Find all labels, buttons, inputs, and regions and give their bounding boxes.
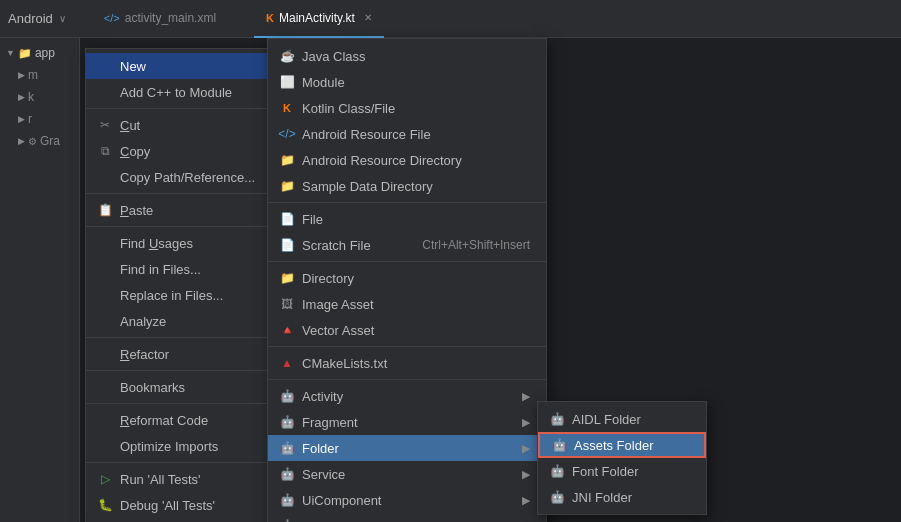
menu-item-fragment[interactable]: 🤖 Fragment ▶ — [268, 409, 546, 435]
submenu-arrow-icon: ▶ — [522, 416, 530, 429]
arrow-icon: ▶ — [18, 92, 25, 102]
arrow-icon: ▶ — [18, 114, 25, 124]
menu-item-uicomponent[interactable]: 🤖 UiComponent ▶ — [268, 487, 546, 513]
tree-root[interactable]: ▼ 📁 app — [0, 42, 79, 64]
debug-icon: 🐛 — [96, 498, 114, 512]
folder-submenu: 🤖 AIDL Folder 🤖 Assets Folder 🤖 Font Fol… — [537, 401, 707, 515]
submenu-arrow-icon: ▶ — [522, 494, 530, 507]
folder-submenu-icon: 🤖 — [278, 441, 296, 455]
kotlin-icon: K — [278, 102, 296, 114]
java-icon: ☕ — [278, 49, 296, 63]
menu-item-service[interactable]: 🤖 Service ▶ — [268, 461, 546, 487]
separator-s2 — [268, 261, 546, 262]
menu-label: JNI Folder — [572, 490, 690, 505]
project-title: Android — [8, 11, 53, 26]
fragment-icon: 🤖 — [278, 415, 296, 429]
tree-item-gra[interactable]: ▶ ⚙ Gra — [0, 130, 79, 152]
menu-label: Android Resource Directory — [302, 153, 530, 168]
menu-label: Reformat Code — [120, 413, 289, 428]
menu-label: Replace in Files... — [120, 288, 277, 303]
separator-s3 — [268, 346, 546, 347]
menu-label: Fragment — [302, 415, 510, 430]
menu-label: Automotive — [302, 519, 510, 523]
menu-label: Service — [302, 467, 510, 482]
copy-icon: ⧉ — [96, 144, 114, 158]
menu-item-file[interactable]: 📄 File — [268, 206, 546, 232]
cut-icon: ✂ — [96, 118, 114, 132]
tree-label: r — [28, 112, 32, 126]
tree-item-m[interactable]: ▶ m — [0, 64, 79, 86]
image-asset-icon: 🖼 — [278, 297, 296, 311]
menu-item-android-resource-dir[interactable]: 📁 Android Resource Directory — [268, 147, 546, 173]
menu-label: Activity — [302, 389, 510, 404]
arrow-icon: ▶ — [18, 136, 25, 146]
android-resource-dir-icon: 📁 — [278, 153, 296, 167]
menu-item-vector-asset[interactable]: 🔺 Vector Asset — [268, 317, 546, 343]
service-icon: 🤖 — [278, 467, 296, 481]
shortcut-label: Ctrl+Alt+Shift+Insert — [422, 238, 530, 252]
menu-item-sample-data[interactable]: 📁 Sample Data Directory — [268, 173, 546, 199]
menu-item-directory[interactable]: 📁 Directory — [268, 265, 546, 291]
scratch-icon: 📄 — [278, 238, 296, 252]
submenu-arrow-icon: ▶ — [522, 468, 530, 481]
menu-label: Font Folder — [572, 464, 690, 479]
menu-label: Scratch File — [302, 238, 416, 253]
menu-item-java-class[interactable]: ☕ Java Class — [268, 43, 546, 69]
font-icon: 🤖 — [548, 464, 566, 478]
tab-close-button[interactable]: ✕ — [364, 12, 372, 23]
tab-label: MainActivity.kt — [279, 11, 355, 25]
submenu-arrow-icon: ▶ — [522, 442, 530, 455]
file-icon: 📄 — [278, 212, 296, 226]
tree-label: k — [28, 90, 34, 104]
new-submenu: ☕ Java Class ⬜ Module K Kotlin Class/Fil… — [267, 38, 547, 522]
menu-label: Run 'All Tests' — [120, 472, 265, 487]
menu-item-android-resource[interactable]: </> Android Resource File — [268, 121, 546, 147]
separator-s4 — [268, 379, 546, 380]
tab-mainactivity[interactable]: K MainActivity.kt ✕ — [254, 0, 384, 38]
menu-label: Directory — [302, 271, 530, 286]
arrow-icon: ▼ — [6, 48, 15, 58]
jni-icon: 🤖 — [548, 490, 566, 504]
menu-item-cmake[interactable]: ▲ CMakeLists.txt — [268, 350, 546, 376]
menu-label: Module — [302, 75, 530, 90]
separator-s1 — [268, 202, 546, 203]
sample-data-icon: 📁 — [278, 179, 296, 193]
menu-item-automotive[interactable]: 🤖 Automotive ▶ — [268, 513, 546, 522]
menu-label: Java Class — [302, 49, 530, 64]
folder-icon: 📁 — [18, 47, 32, 60]
tree-label: m — [28, 68, 38, 82]
menu-item-image-asset[interactable]: 🖼 Image Asset — [268, 291, 546, 317]
menu-label: File — [302, 212, 530, 227]
uicomponent-icon: 🤖 — [278, 493, 296, 507]
cmake-icon: ▲ — [278, 356, 296, 370]
menu-item-jni-folder[interactable]: 🤖 JNI Folder — [538, 484, 706, 510]
android-resource-icon: </> — [278, 127, 296, 141]
gradle-icon: ⚙ — [28, 136, 37, 147]
menu-item-assets-folder[interactable]: 🤖 Assets Folder — [538, 432, 706, 458]
tab-icon: </> — [104, 12, 120, 24]
directory-icon: 📁 — [278, 271, 296, 285]
tree-item-k[interactable]: ▶ k — [0, 86, 79, 108]
menu-label: Android Resource File — [302, 127, 530, 142]
tree-item-r[interactable]: ▶ r — [0, 108, 79, 130]
paste-icon: 📋 — [96, 203, 114, 217]
menu-item-folder[interactable]: 🤖 Folder ▶ — [268, 435, 546, 461]
menu-item-font-folder[interactable]: 🤖 Font Folder — [538, 458, 706, 484]
module-icon: ⬜ — [278, 75, 296, 89]
project-chevron: ∨ — [59, 13, 66, 24]
menu-item-kotlin-class[interactable]: K Kotlin Class/File — [268, 95, 546, 121]
menu-item-activity[interactable]: 🤖 Activity ▶ — [268, 383, 546, 409]
menu-label: Folder — [302, 441, 510, 456]
left-panel: ▼ 📁 app ▶ m ▶ k ▶ r ▶ ⚙ Gra — [0, 38, 80, 522]
tab-activity-main[interactable]: </> activity_main.xml — [92, 0, 228, 38]
menu-item-scratch[interactable]: 📄 Scratch File Ctrl+Alt+Shift+Insert — [268, 232, 546, 258]
arrow-icon: ▶ — [18, 70, 25, 80]
menu-label: CMakeLists.txt — [302, 356, 530, 371]
tree-root-label: app — [35, 46, 55, 60]
run-icon: ▷ — [96, 472, 114, 486]
menu-item-aidl-folder[interactable]: 🤖 AIDL Folder — [538, 406, 706, 432]
menu-item-module[interactable]: ⬜ Module — [268, 69, 546, 95]
tree-label: Gra — [40, 134, 60, 148]
menu-label: Vector Asset — [302, 323, 530, 338]
menu-label: UiComponent — [302, 493, 510, 508]
